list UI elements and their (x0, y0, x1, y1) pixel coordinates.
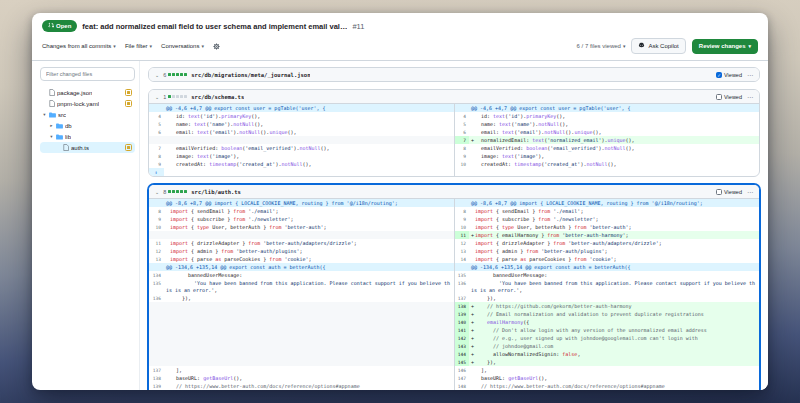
old-line-number[interactable]: 9 (149, 215, 164, 223)
new-line-number[interactable]: 10 (454, 160, 469, 168)
expand-diff-button[interactable]: ↕ (149, 168, 164, 176)
chevron-right-icon[interactable]: ▸ (49, 123, 54, 128)
viewed-checkbox[interactable]: ✓ (716, 72, 722, 78)
file-path[interactable]: src/db/schema.ts (191, 94, 244, 100)
new-line-number[interactable]: 12 (454, 239, 469, 247)
tree-item-label: db (65, 123, 72, 129)
new-line-number[interactable]: 135 (454, 271, 469, 279)
old-line-number[interactable]: 135 (149, 279, 164, 294)
old-line-number[interactable]: 8 (149, 207, 164, 215)
new-code: import { subscribe } from './newsletter'… (469, 215, 759, 223)
diffstat-square-add (168, 73, 171, 76)
folder-icon (56, 134, 63, 140)
new-code: 'You have been banned from this applicat… (469, 279, 759, 294)
old-line-number[interactable]: 11 (149, 239, 164, 247)
new-line-number[interactable]: 143 (454, 342, 469, 350)
old-line-number[interactable]: 139 (149, 382, 164, 390)
tree-item-package.json[interactable]: package.json (40, 87, 135, 98)
viewed-checkbox[interactable] (716, 94, 722, 100)
new-line-number[interactable]: 139 (454, 310, 469, 318)
viewed-toggle[interactable]: ✓Viewed (716, 72, 742, 78)
tree-item-db[interactable]: ▸db (40, 120, 135, 131)
old-line-number[interactable]: 138 (149, 374, 164, 382)
old-line-number[interactable]: 4 (149, 112, 164, 120)
collapse-chevron-icon[interactable]: ⌄ (155, 189, 159, 195)
file-panel: ⌄6src/db/migrations/meta/_journal.json✓V… (148, 67, 760, 82)
chevron-down-icon[interactable]: ▾ (49, 134, 54, 139)
ask-copilot-button[interactable]: Ask Copilot (631, 38, 685, 54)
new-line-number[interactable]: 148 (454, 382, 469, 390)
file-menu-kebab-icon[interactable]: ⋯ (747, 188, 753, 195)
new-line-number[interactable]: 9 (454, 152, 469, 160)
old-line-number[interactable]: 6 (149, 128, 164, 136)
changed-lines-count: 8 (163, 189, 166, 195)
new-line-number[interactable]: 142 (454, 334, 469, 342)
diff-row: 11+import { emailHarmony } from 'better-… (149, 231, 759, 239)
new-code: // https://www.better-auth.com/docs/refe… (469, 382, 759, 390)
new-line-number[interactable]: 10 (454, 223, 469, 231)
ask-copilot-label: Ask Copilot (648, 43, 678, 50)
old-line-number[interactable]: 7 (149, 144, 164, 152)
new-line-number[interactable]: 8 (454, 207, 469, 215)
review-changes-button[interactable]: Review changes ▾ (692, 39, 758, 54)
file-path[interactable]: src/lib/auth.ts (191, 189, 241, 195)
old-line-number[interactable]: 5 (149, 120, 164, 128)
folder-icon (56, 123, 63, 129)
file-menu-kebab-icon[interactable]: ⋯ (747, 71, 753, 78)
new-line-number[interactable]: 141 (454, 326, 469, 334)
file-path[interactable]: src/db/migrations/meta/_journal.json (191, 72, 310, 78)
new-line-number[interactable]: 146 (454, 366, 469, 374)
new-line-number[interactable]: 5 (454, 120, 469, 128)
file-menu-kebab-icon[interactable]: ⋯ (747, 93, 753, 100)
file-status-modified-icon (125, 100, 132, 107)
filter-changed-files-input[interactable] (44, 70, 131, 78)
new-line-number[interactable]: 13 (454, 247, 469, 255)
tree-item-src[interactable]: ▾src (40, 109, 135, 120)
new-line-number[interactable]: 9 (454, 215, 469, 223)
hunk-header: @@ -4,6 +4,7 @@ export const user = pgTa… (469, 104, 759, 112)
old-code: ], (164, 366, 454, 374)
toolbar-tab-conversations[interactable]: Conversations▾ (161, 43, 204, 49)
pr-number: #11 (352, 22, 364, 31)
new-line-number[interactable]: 145 (454, 358, 469, 366)
old-code: import { sendEmail } from './email'; (164, 207, 454, 215)
new-line-number[interactable]: 140 (454, 318, 469, 326)
new-line-number[interactable]: 137 (454, 294, 469, 302)
collapse-chevron-icon[interactable]: ⌄ (155, 94, 159, 100)
new-line-number[interactable]: 4 (454, 112, 469, 120)
chevron-down-icon[interactable]: ▾ (42, 112, 47, 117)
old-line-number[interactable]: 13 (149, 255, 164, 263)
new-code: import { sendEmail } from './email'; (469, 207, 759, 215)
viewed-toggle[interactable]: Viewed (716, 94, 742, 100)
new-line-number[interactable]: 144 (454, 350, 469, 358)
diff-row: 9 createdAt: timestamp('created_at').not… (149, 160, 759, 168)
old-line-number[interactable]: 136 (149, 294, 164, 302)
diffstat-square-add (176, 73, 179, 76)
new-line-number[interactable]: 8 (454, 144, 469, 152)
toolbar-tab-changes-from-all-commits[interactable]: Changes from all commits▾ (42, 43, 116, 49)
old-line-number[interactable]: 10 (149, 223, 164, 231)
new-line-number[interactable]: 11 (454, 231, 469, 239)
new-line-number[interactable]: 147 (454, 374, 469, 382)
files-viewed-counter[interactable]: 6 / 7 files viewed ▾ (577, 43, 626, 49)
new-line-number[interactable]: 136 (454, 279, 469, 294)
new-line-number[interactable]: 138 (454, 302, 469, 310)
old-line-number[interactable]: 137 (149, 366, 164, 374)
tree-item-lib[interactable]: ▾lib (40, 131, 135, 142)
tree-item-auth.ts[interactable]: auth.ts (40, 142, 135, 153)
old-line-number[interactable]: 134 (149, 271, 164, 279)
diff-settings-gear-icon[interactable] (213, 43, 220, 50)
old-line-number[interactable]: 8 (149, 152, 164, 160)
viewed-checkbox[interactable] (716, 189, 722, 195)
new-line-number[interactable]: 6 (454, 128, 469, 136)
old-line-number[interactable]: 12 (149, 247, 164, 255)
viewed-toggle[interactable]: Viewed (716, 189, 742, 195)
old-code: import { parse as parseCookies } from 'c… (164, 255, 454, 263)
old-line-number[interactable]: 9 (149, 160, 164, 168)
pr-status-label: Open (56, 23, 71, 30)
new-line-number[interactable]: 7 (454, 136, 469, 144)
tree-item-pnpm-lock.yaml[interactable]: pnpm-lock.yaml (40, 98, 135, 109)
toolbar-tab-file-filter[interactable]: File filter▾ (125, 43, 152, 49)
collapse-chevron-icon[interactable]: ⌄ (155, 72, 159, 78)
new-line-number[interactable]: 14 (454, 255, 469, 263)
